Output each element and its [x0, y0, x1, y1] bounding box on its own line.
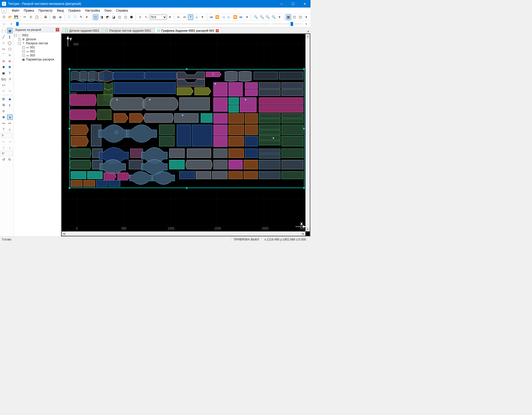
minimize-button[interactable]: ─ — [276, 0, 287, 8]
note2-icon[interactable]: 📄 — [72, 14, 78, 20]
marker1-icon[interactable]: ⊕ — [1, 58, 7, 64]
tree-params[interactable]: ▦Параметры раскроя — [14, 57, 60, 61]
align-center-icon[interactable]: ⇔ — [182, 14, 187, 20]
select-box-icon[interactable]: ▦ — [7, 28, 13, 33]
rotate-cw-icon[interactable]: ↷ — [7, 88, 13, 94]
tab-overflow-button[interactable]: ▾ — [306, 30, 310, 33]
spline-icon[interactable]: ∿ — [7, 52, 13, 58]
horizontal-scrollbar[interactable]: ◀ ▶ — [62, 231, 305, 236]
rotate-right-icon[interactable]: ↻ — [7, 157, 13, 162]
zoom-region-icon[interactable]: 🔍 — [271, 14, 276, 20]
view-wireframe-icon[interactable]: ⬢ — [129, 14, 134, 20]
eraser-icon[interactable]: ◆ — [7, 96, 13, 102]
dimension-icon[interactable]: ▣ — [1, 70, 7, 76]
copy-icon[interactable]: ⎘ — [28, 14, 34, 20]
coord-system-select[interactable]: ПСК — [149, 15, 167, 20]
scroll-down-button[interactable]: ▼ — [305, 227, 310, 231]
panel2-icon[interactable]: ◫ — [298, 14, 303, 20]
tab-details[interactable]: Детали задания 0001 — [62, 28, 102, 33]
dropdown4-icon[interactable]: ▾ — [244, 14, 250, 20]
skip-first-icon[interactable]: ⏮ — [209, 14, 214, 20]
tab-close-button[interactable]: × — [216, 29, 219, 32]
zoom-fit-icon[interactable]: 🔍 — [265, 14, 271, 20]
tab-sheets[interactable]: Раскрои листов задания 0001 — [103, 28, 154, 33]
tree-sheet-001[interactable]: +▭001 — [14, 45, 60, 49]
menu-help[interactable]: Справка — [114, 8, 130, 13]
circle-icon[interactable]: ○ — [1, 40, 7, 46]
tree-sheet-002[interactable]: +▭002 — [14, 49, 60, 53]
tab-graphics[interactable]: Графика:Задание 0001 раскрой 001× — [154, 28, 222, 33]
gear-edit-icon[interactable]: ⚙ — [1, 96, 7, 102]
arrow-right-icon[interactable]: → — [7, 139, 13, 144]
menu-graphics[interactable]: Графика — [67, 8, 83, 13]
playback-track[interactable] — [16, 23, 270, 24]
zoom-out-icon[interactable]: 🔍 — [259, 14, 265, 20]
menu-input[interactable]: Ввод — [55, 8, 66, 13]
grid-icon[interactable]: # — [137, 14, 143, 20]
align-left-icon[interactable]: ⇤ — [176, 14, 181, 20]
axes-icon[interactable]: ⤡ — [143, 14, 149, 20]
prev-icon[interactable]: ◁ — [221, 14, 226, 20]
scroll-left-button[interactable]: ◀ — [62, 231, 66, 236]
arc-icon[interactable]: ⌒ — [1, 52, 7, 58]
status-snap[interactable]: ПРИВЯЗКА ВЫКЛ — [231, 238, 262, 241]
step-fwd-icon[interactable]: ⏩ — [232, 14, 238, 20]
tree-sheet-003[interactable]: +▭003 — [14, 53, 60, 57]
menu-window[interactable]: Окно — [103, 8, 114, 13]
view-cube5-icon[interactable]: ◫ — [123, 14, 128, 20]
parallel-icon[interactable]: ∥ — [7, 34, 13, 40]
app-menu-button[interactable]: ⌂ — [2, 8, 7, 13]
menu-file[interactable]: Файл — [10, 8, 21, 13]
joint2-icon[interactable]: ✱ — [7, 64, 13, 70]
grid-display-icon[interactable]: ▦ — [286, 14, 291, 20]
arrow-down-icon[interactable]: ↓ — [7, 145, 13, 150]
move-icon[interactable]: ✥ — [1, 114, 7, 120]
save-file-icon[interactable]: 💾 — [13, 14, 19, 20]
scroll-up-button[interactable]: ▲ — [305, 34, 310, 38]
group-icon[interactable]: ⧉ — [1, 102, 7, 108]
close-button[interactable]: ✕ — [299, 0, 310, 8]
dropdown-icon[interactable]: ▾ — [84, 14, 90, 20]
tree-sheets[interactable]: −?Раскрои листов — [14, 41, 60, 45]
view-cube4-icon[interactable]: ◫ — [117, 14, 122, 20]
extend-icon[interactable]: ⊥ — [7, 126, 13, 132]
new-file-icon[interactable]: 🗋 — [2, 14, 7, 20]
menu-view[interactable]: Просмотр — [37, 8, 54, 13]
view-cube2-icon[interactable]: ◩ — [105, 14, 110, 20]
label-icon[interactable]: a,b — [1, 82, 7, 88]
align-top-icon[interactable]: ⇡ — [188, 14, 194, 20]
view-cube3-icon[interactable]: ◪ — [111, 14, 116, 20]
snap-move-icon[interactable]: ⇲ — [7, 114, 13, 120]
function-icon[interactable]: f(x) — [1, 76, 7, 82]
play-dropdown-icon[interactable]: ▾ — [9, 21, 14, 27]
rotate-ccw-icon[interactable]: ↶ — [1, 88, 7, 94]
joint1-icon[interactable]: ✱ — [1, 64, 7, 70]
ellipse-icon[interactable]: ◯ — [7, 40, 13, 46]
line-icon[interactable]: ╱ — [1, 34, 7, 40]
cut-icon[interactable]: ✂ — [22, 14, 28, 20]
dropdown3-icon[interactable]: ▾ — [200, 14, 205, 20]
dropdown6-icon[interactable]: ▾ — [304, 14, 309, 20]
rounded-rect-icon[interactable]: ▢ — [7, 46, 13, 52]
step-value-input[interactable]: 5 — [1, 132, 13, 138]
rotate-left-icon[interactable]: ↺ — [1, 157, 7, 162]
skip-last-icon[interactable]: ⏭ — [238, 14, 244, 20]
view-cube1-icon[interactable]: ◨ — [99, 14, 104, 20]
zoom-in-icon[interactable]: 🔍 — [253, 14, 259, 20]
dropdown5-icon[interactable]: ▾ — [277, 14, 283, 20]
marker2-icon[interactable]: ⊕ — [7, 58, 13, 64]
select-points-icon[interactable]: ⋮⋮ — [1, 28, 7, 33]
tree-close-button[interactable]: × — [56, 28, 59, 31]
align-v-icon[interactable]: ↦ — [7, 120, 13, 126]
pencil-icon[interactable]: ✎ — [78, 14, 84, 20]
align-h-icon[interactable]: ↤ — [1, 120, 7, 126]
trim-icon[interactable]: ⊤ — [1, 126, 7, 132]
paste-icon[interactable]: 📋 — [34, 14, 40, 20]
rect-icon[interactable]: ▭ — [1, 46, 7, 52]
link-icon[interactable]: ⧈ — [1, 108, 7, 114]
arrow-up-icon[interactable]: ↑ — [1, 145, 7, 150]
menu-settings[interactable]: Настройка — [83, 8, 102, 13]
dropdown2-icon[interactable]: ▾ — [167, 14, 173, 20]
tree-root[interactable]: −📄0001 — [14, 33, 60, 37]
extrude-icon[interactable]: ▧ — [52, 14, 57, 20]
